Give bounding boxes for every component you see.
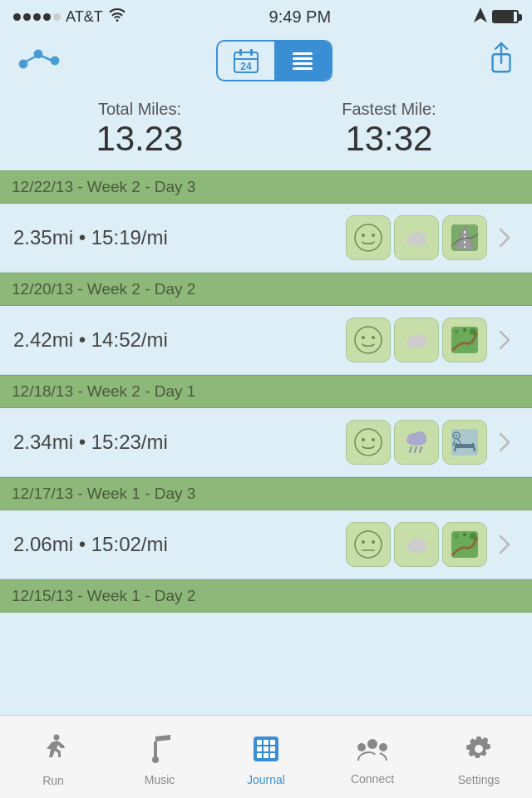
table-row: 2.34mi • 15:23/mi	[0, 408, 532, 477]
svg-rect-69	[264, 740, 268, 745]
chevron-right-button[interactable]	[490, 215, 519, 260]
top-nav: 24	[0, 33, 532, 91]
svg-rect-7	[239, 49, 242, 56]
journal-label: Journal	[247, 773, 285, 786]
fastest-mile-value: 13:32	[342, 119, 436, 159]
location-icon	[474, 7, 487, 27]
status-bar: AT&T 9:49 PM	[0, 0, 532, 33]
smiley-icon	[346, 318, 391, 362]
tab-settings[interactable]: Settings	[426, 728, 532, 786]
svg-rect-12	[293, 57, 313, 60]
total-miles-label: Total Miles:	[96, 100, 183, 119]
run-icon-group	[346, 522, 519, 567]
total-miles-block: Total Miles: 13.23	[96, 100, 183, 159]
svg-point-77	[367, 739, 377, 749]
svg-point-42	[413, 431, 426, 445]
svg-point-60	[411, 539, 421, 549]
svg-rect-74	[257, 753, 262, 758]
view-toggle: 24	[216, 40, 332, 81]
svg-point-53	[355, 531, 382, 558]
run-icon	[40, 734, 66, 771]
svg-point-32	[411, 334, 421, 344]
svg-point-35	[470, 328, 476, 335]
svg-point-79	[379, 743, 387, 751]
rain-icon	[394, 420, 439, 465]
run-icon-group	[346, 420, 519, 465]
svg-rect-70	[270, 740, 275, 745]
svg-point-54	[362, 540, 365, 544]
svg-point-23	[411, 232, 421, 242]
svg-line-5	[41, 56, 52, 61]
total-miles-value: 13.23	[96, 119, 183, 159]
svg-point-34	[454, 329, 459, 334]
svg-rect-76	[270, 753, 275, 758]
status-time: 9:49 PM	[269, 7, 331, 27]
signal-icon	[13, 13, 61, 21]
svg-point-65	[54, 734, 60, 740]
status-right	[474, 7, 519, 27]
cloud-icon	[394, 318, 439, 362]
road-icon	[442, 215, 487, 260]
journal-icon	[252, 735, 280, 770]
svg-point-62	[454, 534, 459, 539]
svg-point-26	[355, 327, 382, 353]
tab-music[interactable]: Music	[106, 728, 213, 786]
fastest-mile-label: Fastest Mile:	[342, 100, 436, 119]
settings-label: Settings	[458, 773, 500, 786]
connect-label: Connect	[351, 772, 394, 786]
list-view-button[interactable]	[274, 42, 331, 80]
section-header-0: 12/22/13 - Week 2 - Day 3	[0, 170, 532, 204]
section-header-3: 12/17/13 - Week 1 - Day 3	[0, 477, 532, 510]
svg-rect-68	[257, 740, 262, 745]
stats-row: Total Miles: 13.23 Fastest Mile: 13:32	[0, 91, 532, 170]
svg-line-43	[410, 447, 411, 452]
svg-rect-72	[264, 746, 268, 751]
run-icon-group	[346, 215, 519, 260]
svg-point-18	[362, 234, 365, 237]
tab-journal[interactable]: Journal	[213, 728, 319, 786]
smiley-icon	[346, 215, 391, 260]
carrier-label: AT&T	[66, 8, 103, 26]
cloud-icon	[394, 522, 439, 567]
svg-rect-73	[270, 746, 275, 751]
svg-rect-66	[154, 741, 157, 758]
run-stats-text: 2.35mi • 15:19/mi	[13, 226, 168, 249]
svg-rect-14	[293, 67, 313, 70]
svg-point-78	[357, 743, 366, 751]
connect-icon	[357, 736, 388, 769]
chevron-right-button[interactable]	[490, 522, 519, 567]
smiley-icon	[346, 420, 391, 465]
run-sections: 12/22/13 - Week 2 - Day 32.35mi • 15:19/…	[0, 170, 532, 613]
svg-point-63	[470, 533, 476, 539]
svg-point-39	[372, 438, 375, 441]
calendar-view-button[interactable]: 24	[218, 42, 274, 80]
path-icon	[442, 522, 487, 567]
share-button[interactable]	[487, 42, 515, 81]
svg-rect-13	[293, 62, 313, 65]
svg-rect-71	[257, 746, 262, 751]
svg-point-28	[372, 336, 375, 339]
tab-run[interactable]: Run	[0, 727, 106, 787]
section-header-1: 12/20/13 - Week 2 - Day 2	[0, 273, 532, 306]
svg-line-44	[415, 447, 416, 452]
table-row: 2.42mi • 14:52/mi	[0, 306, 532, 375]
treadmill-icon	[442, 420, 487, 465]
chevron-right-button[interactable]	[490, 420, 519, 465]
fastest-mile-block: Fastest Mile: 13:32	[342, 100, 436, 159]
svg-line-4	[26, 57, 36, 62]
music-icon	[149, 735, 170, 770]
wifi-icon	[108, 8, 126, 26]
svg-rect-11	[293, 52, 313, 55]
tab-connect[interactable]: Connect	[319, 729, 426, 786]
svg-text:24: 24	[240, 61, 252, 72]
graph-icon[interactable]	[17, 44, 62, 77]
svg-point-19	[372, 234, 375, 237]
music-label: Music	[145, 773, 175, 786]
run-stats-text: 2.34mi • 15:23/mi	[13, 431, 168, 454]
run-icon-group	[346, 318, 519, 362]
run-stats-text: 2.42mi • 14:52/mi	[13, 328, 168, 352]
run-label: Run	[42, 774, 64, 787]
chevron-right-button[interactable]	[490, 318, 519, 362]
svg-point-55	[372, 540, 375, 544]
table-row: 2.35mi • 15:19/mi	[0, 204, 532, 273]
